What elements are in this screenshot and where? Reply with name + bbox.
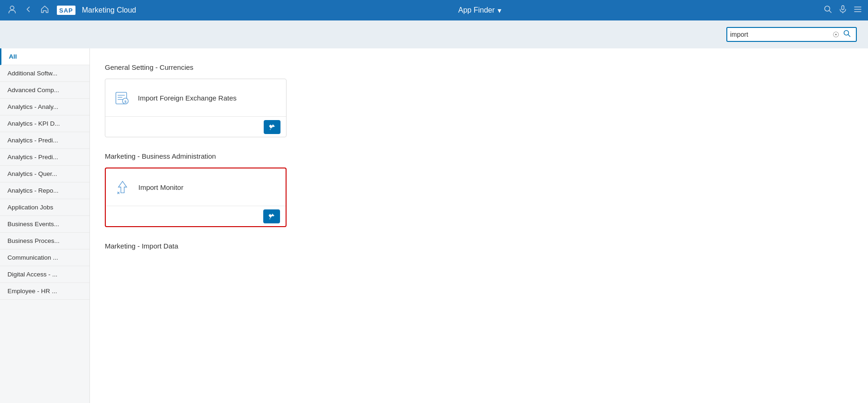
search-input[interactable] xyxy=(730,31,831,38)
app-finder-label: App Finder xyxy=(458,6,494,14)
header-title: Marketing Cloud xyxy=(82,6,137,14)
sap-logo: SAP xyxy=(57,6,75,15)
back-icon[interactable] xyxy=(22,3,34,18)
app-finder-chevron: ▾ xyxy=(498,6,501,15)
card-footer-import-monitor xyxy=(106,206,286,226)
header: SAP Marketing Cloud App Finder ▾ xyxy=(0,0,868,20)
pin-button-import-foreign-exchange[interactable] xyxy=(264,120,280,134)
svg-point-1 xyxy=(825,6,830,11)
search-submit-icon[interactable] xyxy=(841,29,853,40)
svg-point-11 xyxy=(272,126,273,128)
main: All Additional Softw... Advanced Comp...… xyxy=(0,48,868,403)
sidebar-item-application-jobs[interactable]: Application Jobs xyxy=(0,199,89,216)
svg-text:$: $ xyxy=(124,100,127,104)
card-title-import-foreign-exchange: Import Foreign Exchange Rates xyxy=(138,94,237,102)
search-box: ☉ xyxy=(726,27,857,42)
sidebar-item-business-events[interactable]: Business Events... xyxy=(0,216,89,233)
sidebar-item-business-process[interactable]: Business Proces... xyxy=(0,233,89,249)
cards-row-marketing-business-admin: Import Monitor xyxy=(105,168,853,227)
section-title-marketing-business-admin: Marketing - Business Administration xyxy=(105,152,853,160)
svg-rect-2 xyxy=(842,6,844,10)
svg-marker-12 xyxy=(118,181,127,193)
search-clear-icon[interactable]: ☉ xyxy=(831,30,841,39)
svg-point-0 xyxy=(10,6,14,10)
sidebar-item-analytics-predi1[interactable]: Analytics - Predi... xyxy=(0,132,89,149)
card-import-foreign-exchange[interactable]: $ Import Foreign Exchange Rates xyxy=(105,79,287,137)
currency-icon: $ xyxy=(113,88,131,107)
sidebar-item-advanced-comp[interactable]: Advanced Comp... xyxy=(0,82,89,99)
sidebar-item-digital-access[interactable]: Digital Access - ... xyxy=(0,266,89,283)
microphone-icon[interactable] xyxy=(838,5,847,16)
search-area: ☉ xyxy=(0,20,868,48)
home-icon[interactable] xyxy=(38,3,51,18)
sidebar-item-analytics-quer[interactable]: Analytics - Quer... xyxy=(0,166,89,182)
app-finder-button[interactable]: App Finder ▾ xyxy=(458,6,501,15)
sidebar: All Additional Softw... Advanced Comp...… xyxy=(0,48,90,403)
sidebar-item-analytics-repo[interactable]: Analytics - Repo... xyxy=(0,182,89,199)
user-icon[interactable] xyxy=(6,3,19,18)
card-footer xyxy=(105,116,286,137)
sidebar-item-all[interactable]: All xyxy=(0,48,89,65)
sidebar-item-additional-softw[interactable]: Additional Softw... xyxy=(0,65,89,82)
menu-icon[interactable] xyxy=(853,5,862,16)
card-import-monitor[interactable]: Import Monitor xyxy=(105,168,287,227)
sidebar-item-analytics-predi2[interactable]: Analytics - Predi... xyxy=(0,149,89,166)
header-center: App Finder ▾ xyxy=(140,6,820,15)
card-body: $ Import Foreign Exchange Rates xyxy=(105,79,286,116)
pin-button-import-monitor[interactable] xyxy=(263,209,280,223)
sidebar-item-analytics-analy[interactable]: Analytics - Analy... xyxy=(0,99,89,115)
cards-row-general-currencies: $ Import Foreign Exchange Rates xyxy=(105,79,853,137)
section-title-marketing-import-data: Marketing - Import Data xyxy=(105,242,853,250)
header-right xyxy=(823,5,862,16)
card-body-import-monitor: Import Monitor xyxy=(106,168,286,206)
section-title-general-currencies: General Setting - Currencies xyxy=(105,63,853,71)
card-title-import-monitor: Import Monitor xyxy=(138,183,184,191)
import-monitor-icon xyxy=(113,178,132,196)
content-area: General Setting - Currencies $ Import Fo… xyxy=(90,48,868,403)
search-icon[interactable] xyxy=(823,5,833,16)
sidebar-item-analytics-kpi[interactable]: Analytics - KPI D... xyxy=(0,115,89,132)
sidebar-item-employee-hr[interactable]: Employee - HR ... xyxy=(0,283,89,300)
sidebar-item-communication[interactable]: Communication ... xyxy=(0,249,89,266)
